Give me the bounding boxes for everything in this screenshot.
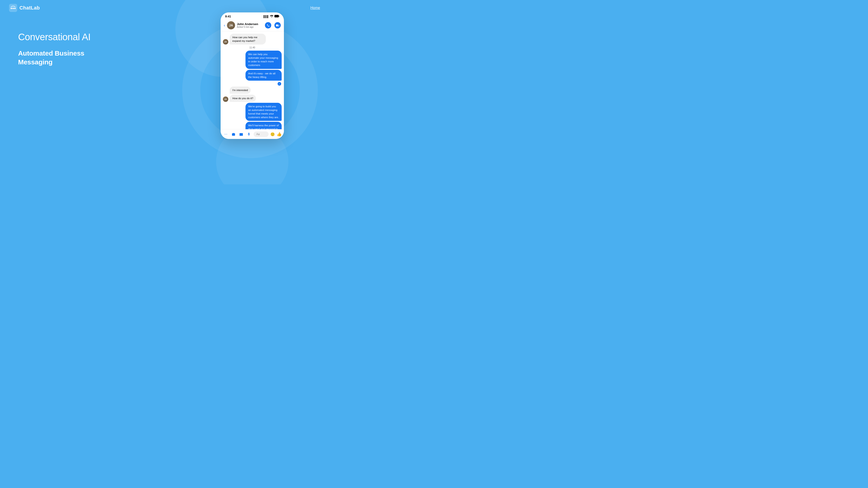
message-bubble: I'm interested xyxy=(230,87,251,94)
message-row: JA How do you do it? xyxy=(223,95,282,102)
back-arrow-icon[interactable]: ‹ xyxy=(224,23,225,28)
message-bubble: We're going to build you an automated me… xyxy=(246,103,282,121)
message-row: I'm interested xyxy=(223,87,282,94)
chat-header: ‹ JA John Andersen Active 5 min ago xyxy=(221,20,284,31)
logo-area: ChatLab xyxy=(9,4,40,12)
chat-body: JA How can you help me expand my market?… xyxy=(221,31,284,129)
apps-icon[interactable]: ⋯ xyxy=(223,131,229,137)
svg-point-3 xyxy=(14,8,16,9)
logo-icon xyxy=(9,4,17,12)
contact-avatar: JA xyxy=(227,21,235,29)
message-avatar: JA xyxy=(223,96,228,102)
hero-title: Conversational AI xyxy=(18,32,91,42)
avatar-initials: JA xyxy=(227,21,235,29)
contact-info: John Andersen Active 5 min ago xyxy=(237,22,265,29)
read-receipt: ✓ xyxy=(223,82,282,86)
video-call-button[interactable] xyxy=(274,22,281,29)
message-row: We'll harness the power of AI to send an… xyxy=(223,122,282,129)
message-bubble: How can you help me expand my market? xyxy=(230,34,266,44)
message-avatar: JA xyxy=(223,39,228,44)
message-row: JA How can you help me expand my market? xyxy=(223,34,282,44)
contact-name: John Andersen xyxy=(237,22,265,26)
contact-status: Active 5 min ago xyxy=(237,26,265,28)
nav-home-link[interactable]: Home xyxy=(310,6,320,10)
chat-input-bar: ⋯ Aa 🙂 👍 xyxy=(221,129,284,139)
mic-icon[interactable] xyxy=(246,131,252,137)
phone-frame: 9:41 ▌▌▌ ‹ xyxy=(221,12,284,139)
hero-subtitle: Automated Business Messaging xyxy=(18,49,91,66)
phone-call-button[interactable] xyxy=(265,22,271,29)
hero-section: Conversational AI Automated Business Mes… xyxy=(18,32,91,66)
svg-point-2 xyxy=(12,8,14,9)
chat-actions xyxy=(265,22,281,29)
logo-text: ChatLab xyxy=(20,5,40,11)
emoji-button[interactable]: 🙂 xyxy=(270,132,275,136)
message-bubble: How do you do it? xyxy=(230,95,256,102)
message-row: We can help you automate your messaging … xyxy=(223,51,282,69)
camera-icon[interactable] xyxy=(230,131,237,137)
photo-icon[interactable] xyxy=(238,131,244,137)
message-row: And it's easy - we do all the heavy lift… xyxy=(223,70,282,80)
check-icon: ✓ xyxy=(278,82,281,86)
message-row: We're going to build you an automated me… xyxy=(223,103,282,121)
message-bubble: And it's easy - we do all the heavy lift… xyxy=(246,70,282,80)
hero-subtitle-line1: Automated Business xyxy=(18,49,91,58)
input-icons: ⋯ xyxy=(223,131,252,137)
like-button[interactable]: 👍 xyxy=(277,132,282,137)
message-timestamp: 11:40 xyxy=(223,46,282,49)
header: ChatLab Home xyxy=(0,0,329,16)
message-input[interactable]: Aa xyxy=(254,131,269,137)
phone-container: 9:41 ▌▌▌ ‹ xyxy=(221,12,284,139)
message-bubble: We can help you automate your messaging … xyxy=(246,51,282,69)
hero-subtitle-line2: Messaging xyxy=(18,58,91,66)
svg-point-1 xyxy=(11,8,12,9)
message-bubble: We'll harness the power of AI to send an… xyxy=(246,122,282,129)
